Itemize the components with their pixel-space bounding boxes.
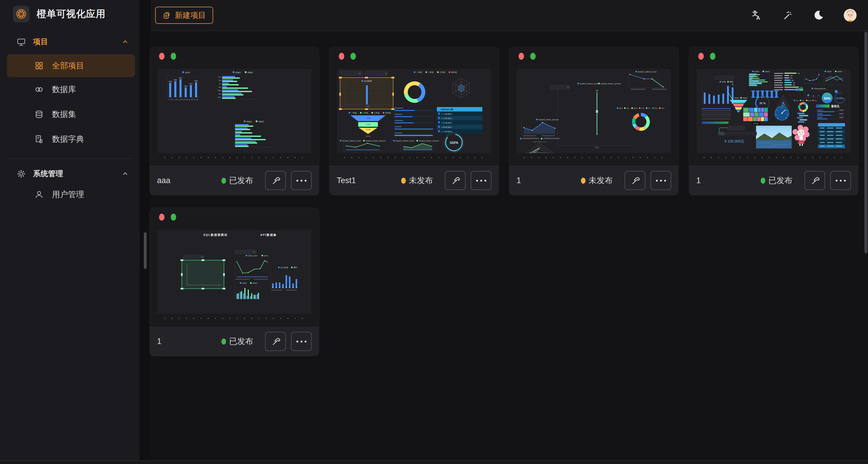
- svg-text:price: price: [185, 71, 190, 74]
- svg-text:一年级: 一年级: [366, 117, 370, 119]
- magic-wand-icon[interactable]: [782, 9, 794, 21]
- thumbnail-dashboard: price 3495 3855 4343 2338 2904 3586 一年级 …: [157, 69, 311, 153]
- copy-plus-icon: [162, 11, 171, 20]
- sidebar-item-all-projects[interactable]: 全部项目: [7, 54, 135, 77]
- more-actions-button[interactable]: [291, 332, 312, 351]
- app-logo[interactable]: [13, 6, 30, 22]
- project-card-1a[interactable]: student_attend_count student_attend_coun…: [509, 47, 679, 195]
- avatar-image: [844, 9, 857, 22]
- svg-text:Mon: Mon: [218, 96, 221, 98]
- svg-text:3495: 3495: [168, 81, 172, 82]
- project-card-test1[interactable]: 献花数量 一年级 一年级 二年级 三年级 四年级 一年级 二年级: [329, 47, 499, 195]
- mini-table: # 年级 科目 成绩 1 一年级 英语 2 2 二年级 英语 1 3 三年级 英…: [437, 107, 483, 133]
- svg-text:price: price: [264, 254, 268, 257]
- database-icon: [34, 110, 44, 119]
- chevron-up-icon: [122, 170, 129, 178]
- svg-text:五年级: 五年级: [189, 99, 193, 100]
- traffic-dot-red: [159, 53, 164, 60]
- sidebar-item-dictionary[interactable]: 数据字典: [0, 127, 140, 152]
- svg-text:data1: data1: [754, 70, 760, 73]
- sidebar-group-projects[interactable]: 项目: [0, 34, 140, 50]
- edit-project-button[interactable]: [625, 171, 645, 190]
- mini-donut-chart: 一年级 二年级 三年级 四年级: [403, 71, 457, 104]
- project-card-1b[interactable]: 价格 课时 data1 data2: [689, 47, 859, 195]
- svg-text:Wed: Wed: [218, 90, 221, 91]
- bottom-scroll-track[interactable]: [0, 460, 868, 464]
- mini-hbar-chart-top: data1 data2 Sun Sat Fri Thu Wed T: [218, 71, 259, 100]
- sidebar-scroll-track: [140, 0, 151, 464]
- mini-speedometer: [775, 106, 789, 120]
- more-actions-button[interactable]: [291, 171, 312, 190]
- traffic-dot-red: [339, 53, 344, 60]
- new-project-button[interactable]: 新建项目: [155, 7, 213, 24]
- more-actions-button[interactable]: [471, 171, 491, 190]
- hammer-icon: [810, 176, 819, 185]
- svg-text:Thu: Thu: [641, 107, 644, 109]
- svg-text:四年级: 四年级: [183, 99, 188, 101]
- mini-hbar-grouped: data1 data2: [749, 70, 772, 86]
- user-avatar[interactable]: [844, 9, 857, 22]
- svg-text:Mon: Mon: [619, 107, 623, 109]
- svg-text:499: 499: [793, 82, 795, 84]
- svg-text:3855: 3855: [174, 79, 177, 81]
- project-card-aaa[interactable]: price 3495 3855 4343 2338 2904 3586 一年级 …: [150, 47, 319, 195]
- dark-mode-toggle[interactable]: [813, 9, 825, 21]
- svg-text:Mon: Mon: [796, 100, 799, 101]
- edit-project-button[interactable]: [804, 171, 825, 190]
- sidebar-item-database[interactable]: 数据库: [0, 77, 140, 102]
- svg-text:Sun: Sun: [661, 107, 664, 109]
- card-footer: aaa 已发布: [150, 166, 319, 195]
- status-dot: [221, 339, 226, 344]
- thumbnail-dashboard: student_attend_count student_attend_coun…: [517, 69, 671, 153]
- project-card-1c[interactable]: SQL数据源测试 API数据集 class_hour price: [150, 208, 319, 356]
- svg-text:# 年级 科目 成绩: # 年级 科目 成绩: [440, 109, 454, 111]
- edit-project-button[interactable]: [265, 171, 286, 190]
- page-scrollbar-thumb[interactable]: [864, 32, 867, 253]
- svg-text:四年级: 四年级: [385, 112, 391, 114]
- edit-project-button[interactable]: [265, 332, 286, 351]
- language-icon[interactable]: 文 A: [751, 9, 763, 21]
- svg-text:data2: data2: [743, 97, 747, 99]
- svg-text:36 %: 36 %: [759, 102, 766, 105]
- ellipsis-icon: [656, 180, 666, 182]
- more-actions-button[interactable]: [830, 171, 851, 190]
- sidebar: 橙单可视化应用 项目 全部项目 数据库: [0, 0, 140, 464]
- svg-text:data1: data1: [235, 71, 241, 74]
- sidebar-scrollbar-thumb[interactable]: [144, 232, 147, 269]
- mini-table-right: [818, 123, 845, 148]
- svg-text:Sat: Sat: [655, 107, 657, 109]
- hammer-icon: [451, 176, 460, 185]
- mini-blue-bars: 合计价格 课时: [271, 267, 299, 291]
- svg-text:课时: 课时: [293, 267, 298, 269]
- ellipsis-icon: [476, 180, 486, 182]
- svg-text:student_flower_amount: student_flower_amount: [600, 83, 621, 85]
- mini-line-small-1: [805, 73, 820, 84]
- mini-progress-bars: [395, 107, 433, 136]
- svg-text:Wed: Wed: [808, 100, 811, 101]
- svg-text:388: 388: [791, 80, 794, 81]
- ellipsis-icon: [836, 180, 846, 182]
- mini-wordcloud: [797, 113, 808, 123]
- edit-project-button[interactable]: [445, 171, 466, 190]
- svg-text:一年级: 一年级: [168, 99, 173, 100]
- project-thumbnail: 献花数量 一年级 一年级 二年级 三年级 四年级 一年级 二年级: [337, 69, 491, 153]
- svg-text:2 二年级 英语 1: 2 二年级 英语 1: [441, 117, 452, 120]
- traffic-dot-red: [698, 53, 704, 60]
- mini-line-chart-topright: student_attend_count: [628, 71, 667, 90]
- thumbnail-dashboard: 价格 课时 data1 data2: [696, 69, 851, 153]
- sidebar-group-system[interactable]: 系统管理: [0, 165, 140, 182]
- more-actions-button[interactable]: [650, 171, 671, 190]
- thumbnail-ruler-dots: [701, 157, 848, 158]
- thumbnail-dashboard: 献花数量 一年级 一年级 二年级 三年级 四年级 一年级 二年级: [337, 69, 491, 153]
- sidebar-item-user-management[interactable]: 用户管理: [0, 182, 140, 207]
- svg-text:Fri: Fri: [219, 83, 221, 85]
- sidebar-item-dataset[interactable]: 数据集: [0, 102, 140, 127]
- topbar-actions: 文 A: [751, 0, 857, 31]
- svg-text:data2: data2: [837, 70, 842, 73]
- svg-text:Thu: Thu: [814, 100, 817, 101]
- svg-text:student_flower_amount: student_flower_amount: [366, 140, 386, 142]
- svg-text:treemap: treemap: [753, 123, 759, 124]
- svg-text:student_attend_count: student_attend_count: [533, 141, 547, 143]
- svg-text:Tue: Tue: [219, 93, 221, 95]
- mini-triangle-radar: student_attend_count: [518, 141, 554, 153]
